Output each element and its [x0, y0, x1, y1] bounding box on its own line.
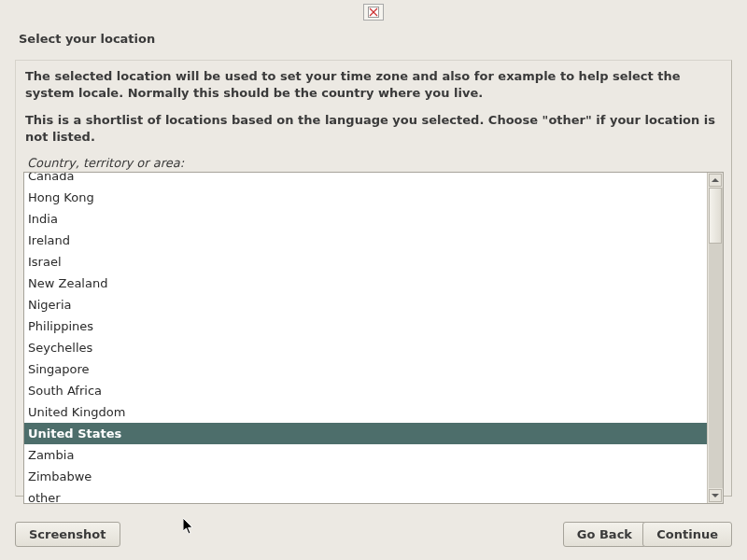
list-item[interactable]: Philippines	[24, 315, 707, 337]
location-list[interactable]: CanadaHong KongIndiaIrelandIsraelNew Zea…	[24, 173, 707, 503]
scroll-down-button[interactable]	[709, 489, 722, 502]
description-block: The selected location will be used to se…	[23, 68, 724, 145]
list-item[interactable]: United States	[24, 423, 707, 444]
list-item[interactable]: New Zealand	[24, 273, 707, 294]
list-item[interactable]: Nigeria	[24, 294, 707, 315]
screenshot-button[interactable]: Screenshot	[15, 522, 120, 547]
list-item[interactable]: Zimbabwe	[24, 466, 707, 487]
scrollbar[interactable]	[707, 173, 723, 503]
list-item[interactable]: Seychelles	[24, 337, 707, 358]
go-back-button[interactable]: Go Back	[563, 522, 646, 547]
list-item[interactable]: Canada	[24, 173, 707, 187]
list-item[interactable]: South Africa	[24, 380, 707, 401]
list-item[interactable]: other	[24, 487, 707, 503]
broken-image-icon	[363, 4, 384, 21]
list-item[interactable]: Singapore	[24, 358, 707, 380]
list-item[interactable]: Ireland	[24, 230, 707, 251]
location-list-wrap: CanadaHong KongIndiaIrelandIsraelNew Zea…	[23, 172, 724, 504]
scroll-thumb[interactable]	[709, 188, 722, 244]
list-item[interactable]: Hong Kong	[24, 187, 707, 208]
continue-button[interactable]: Continue	[642, 522, 732, 547]
scroll-up-button[interactable]	[709, 174, 722, 187]
page-title: Select your location	[19, 32, 155, 46]
content-panel: The selected location will be used to se…	[15, 60, 732, 497]
footer: Screenshot Go Back Continue	[15, 519, 732, 547]
list-label: Country, territory or area:	[27, 156, 724, 170]
list-item[interactable]: United Kingdom	[24, 401, 707, 423]
description-line-1: The selected location will be used to se…	[25, 68, 722, 101]
list-item[interactable]: India	[24, 208, 707, 230]
description-line-2: This is a shortlist of locations based o…	[25, 112, 722, 145]
list-item[interactable]: Israel	[24, 251, 707, 273]
list-item[interactable]: Zambia	[24, 444, 707, 466]
